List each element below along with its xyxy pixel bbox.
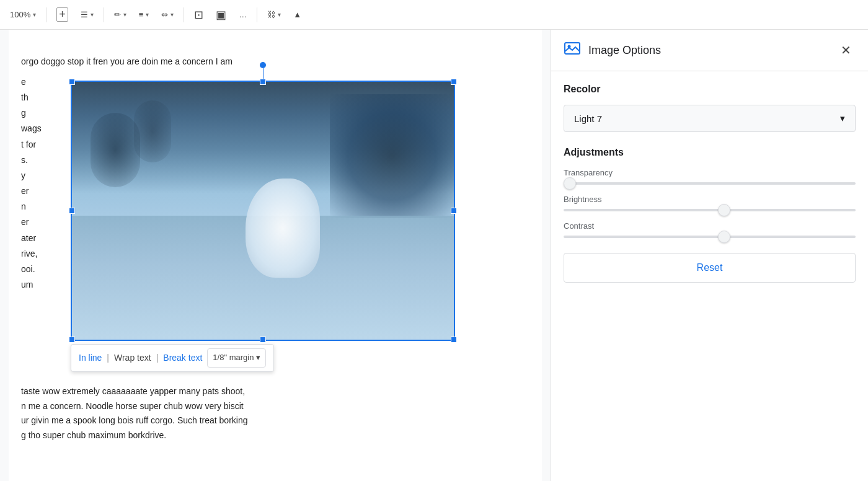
recolor-value: Light 7 — [574, 113, 602, 124]
image-format-toolbar: In line | Wrap text | Break text 1/8" ma… — [71, 344, 274, 372]
float-line: e — [21, 74, 71, 90]
line-spacing-button[interactable]: ⇔ ▾ — [156, 7, 179, 22]
link-button[interactable]: ⛓ ▾ — [262, 7, 286, 22]
more-icon: … — [239, 10, 247, 19]
zoom-chevron: ▾ — [33, 11, 36, 18]
text-color-button[interactable]: ✏ ▾ — [109, 7, 131, 22]
separator-1: | — [107, 351, 109, 364]
rotation-handle[interactable] — [260, 62, 266, 68]
document-page: orgo doggo stop it fren you are doin me … — [9, 30, 542, 481]
recolor-section-title: Recolor — [564, 84, 856, 95]
float-line: s. — [21, 152, 71, 168]
transparency-label: Transparency — [564, 168, 856, 177]
sidebar-header: Image Options ✕ — [551, 30, 868, 71]
image-options-panel: Image Options ✕ Recolor Light 7 ▾ Adjust… — [551, 30, 868, 481]
float-line: ater — [21, 231, 71, 246]
float-line: t for — [21, 137, 71, 152]
image-wrapper — [71, 81, 455, 341]
color-chevron: ▾ — [123, 11, 126, 18]
sidebar-title: Image Options — [588, 44, 828, 57]
wrap-text-button[interactable]: Wrap text — [114, 351, 151, 364]
brightness-thumb[interactable] — [718, 204, 730, 216]
separator-2: | — [156, 351, 159, 364]
collapse-button[interactable]: ▲ — [288, 7, 306, 22]
transparency-thumb[interactable] — [564, 177, 576, 190]
brightness-label: Brightness — [564, 195, 856, 204]
zoom-level: 100% — [10, 10, 30, 19]
selected-image-container[interactable]: In line | Wrap text | Break text 1/8" ma… — [71, 81, 455, 341]
recolor-chevron: ▾ — [840, 113, 845, 124]
float-line: th — [21, 90, 71, 105]
add-icon: + — [56, 7, 68, 22]
handle-middle-left[interactable] — [69, 208, 75, 214]
align-button[interactable]: ≡ ▾ — [134, 7, 154, 22]
divider-2 — [104, 7, 104, 22]
crop-button[interactable]: ⊡ — [189, 6, 208, 24]
chevron-up-icon: ▲ — [293, 10, 301, 19]
crop-icon: ⊡ — [194, 8, 203, 22]
sidebar-content: Recolor Light 7 ▾ Adjustments Transparen… — [551, 71, 868, 481]
image-button[interactable]: ▣ — [211, 6, 231, 24]
foliage-right — [330, 94, 454, 218]
inline-button[interactable]: In line — [79, 351, 102, 364]
paragraph-chevron: ▾ — [91, 11, 94, 18]
divider-3 — [184, 7, 184, 22]
image-options-icon — [564, 40, 581, 61]
float-line: rive, — [21, 246, 71, 262]
adjustments-section: Adjustments Transparency Brightness Cont… — [564, 147, 856, 238]
handle-middle-right[interactable] — [451, 208, 457, 214]
dog-figure — [246, 179, 320, 278]
float-line: g — [21, 105, 71, 121]
float-line: er — [21, 214, 71, 230]
pencil-icon: ✏ — [114, 10, 121, 19]
brightness-slider[interactable] — [564, 209, 856, 211]
float-line: er — [21, 183, 71, 199]
contrast-thumb[interactable] — [718, 231, 730, 243]
toolbar: 100% ▾ + ☰ ▾ ✏ ▾ ≡ ▾ ⇔ ▾ ⊡ ▣ … ⛓ ▾ ▲ — [0, 0, 868, 30]
float-line: y — [21, 168, 71, 183]
text-below-image: taste wow extremely caaaaaaate yapper ma… — [21, 384, 505, 443]
contrast-slider[interactable] — [564, 236, 856, 238]
handle-bottom-right[interactable] — [451, 337, 457, 343]
more-button[interactable]: … — [234, 7, 252, 22]
margin-chevron: ▾ — [256, 351, 260, 364]
document-area: orgo doggo stop it fren you are doin me … — [0, 30, 551, 481]
divider-4 — [257, 7, 257, 22]
contrast-label: Contrast — [564, 221, 856, 231]
break-text-button[interactable]: Break text — [163, 351, 202, 364]
adjustments-section-title: Adjustments — [564, 147, 856, 158]
paragraph-icon: ☰ — [81, 10, 88, 19]
paragraph-style-button[interactable]: ☰ ▾ — [76, 7, 99, 22]
float-line: n — [21, 199, 71, 214]
margin-label: 1/8" margin — [213, 351, 254, 364]
handle-bottom-left[interactable] — [69, 337, 75, 343]
recolor-dropdown[interactable]: Light 7 ▾ — [564, 105, 856, 132]
handle-top-center[interactable] — [260, 79, 266, 85]
close-icon: ✕ — [841, 43, 851, 58]
dog-image — [72, 82, 454, 340]
divider-1 — [46, 7, 46, 22]
float-line: wags — [21, 121, 71, 136]
handle-top-left[interactable] — [69, 79, 75, 85]
link-icon: ⛓ — [267, 10, 275, 19]
main-container: orgo doggo stop it fren you are doin me … — [0, 30, 868, 481]
float-text-left: e th g wags t for s. y er n er ater rive… — [21, 74, 71, 293]
transparency-slider[interactable] — [564, 182, 856, 185]
float-line: um — [21, 277, 71, 293]
close-button[interactable]: ✕ — [836, 40, 856, 60]
float-line: ooi. — [21, 262, 71, 277]
handle-bottom-center[interactable] — [260, 337, 266, 343]
handle-top-right[interactable] — [451, 79, 457, 85]
image-frame-icon: ▣ — [216, 8, 226, 22]
zoom-control[interactable]: 100% ▾ — [5, 7, 41, 22]
align-icon: ≡ — [139, 10, 144, 19]
reset-button[interactable]: Reset — [564, 253, 856, 283]
spacing-icon: ⇔ — [161, 10, 168, 19]
add-button[interactable]: + — [51, 5, 73, 24]
margin-dropdown[interactable]: 1/8" margin ▾ — [207, 348, 266, 368]
